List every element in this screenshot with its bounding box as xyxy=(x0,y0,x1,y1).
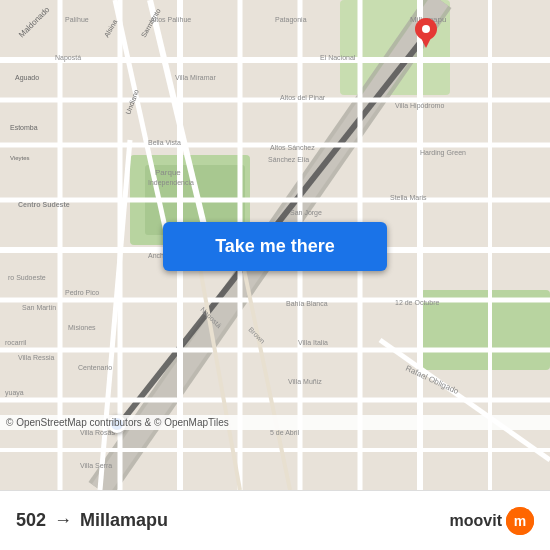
route-arrow: → xyxy=(54,510,72,531)
moovit-brand-text: moovit xyxy=(450,512,502,530)
svg-text:Harding Green: Harding Green xyxy=(420,149,466,157)
svg-text:Altos del Pinar: Altos del Pinar xyxy=(280,94,326,101)
svg-text:Pedro Pico: Pedro Pico xyxy=(65,289,99,296)
copyright-bar: © OpenStreetMap contributors & © OpenMap… xyxy=(0,415,550,430)
svg-text:Bahía Blanca: Bahía Blanca xyxy=(286,300,328,307)
svg-text:Centro Sudeste: Centro Sudeste xyxy=(18,201,70,208)
svg-text:Napostá: Napostá xyxy=(55,54,81,62)
svg-text:Villa Hipódromo: Villa Hipódromo xyxy=(395,102,444,110)
svg-text:Altos Palíhue: Altos Palíhue xyxy=(150,16,191,23)
svg-text:Villa Muñiz: Villa Muñiz xyxy=(288,378,322,385)
svg-text:Villa Serra: Villa Serra xyxy=(80,462,112,469)
svg-text:Centenario: Centenario xyxy=(78,364,112,371)
svg-text:Sánchez Elía: Sánchez Elía xyxy=(268,156,309,163)
svg-text:Palíhue: Palíhue xyxy=(65,16,89,23)
svg-text:San Martín: San Martín xyxy=(22,304,56,311)
svg-text:Vieytes: Vieytes xyxy=(10,155,30,161)
svg-text:rocarril: rocarril xyxy=(5,339,27,346)
svg-marker-69 xyxy=(420,36,432,48)
bottom-bar: 502 → Millamapu moovit m xyxy=(0,490,550,550)
svg-text:m: m xyxy=(514,513,526,529)
svg-text:Villa Miramar: Villa Miramar xyxy=(175,74,216,81)
svg-text:Villa Ressia: Villa Ressia xyxy=(18,354,55,361)
svg-text:12 de Octubre: 12 de Octubre xyxy=(395,299,439,306)
svg-text:Parque: Parque xyxy=(155,168,181,177)
svg-text:ro Sudoeste: ro Sudoeste xyxy=(8,274,46,281)
svg-text:Bella Vista: Bella Vista xyxy=(148,139,181,146)
svg-text:Altos Sánchez: Altos Sánchez xyxy=(270,144,315,151)
svg-text:Aguado: Aguado xyxy=(15,74,39,82)
svg-text:yuaya: yuaya xyxy=(5,389,24,397)
moovit-icon: m xyxy=(506,507,534,535)
svg-point-70 xyxy=(422,25,430,33)
svg-text:Misiones: Misiones xyxy=(68,324,96,331)
svg-text:Stella Maris: Stella Maris xyxy=(390,194,427,201)
svg-text:El Nacional: El Nacional xyxy=(320,54,356,61)
take-me-there-label: Take me there xyxy=(215,236,335,257)
route-from: 502 xyxy=(16,510,46,531)
destination-marker xyxy=(415,18,437,52)
route-to: Millamapu xyxy=(80,510,450,531)
svg-text:5 de Abril: 5 de Abril xyxy=(270,429,300,436)
take-me-there-button[interactable]: Take me there xyxy=(163,222,387,271)
svg-text:Independencia: Independencia xyxy=(148,179,194,187)
svg-text:Estomba: Estomba xyxy=(10,124,38,131)
svg-text:Villa Italia: Villa Italia xyxy=(298,339,328,346)
moovit-logo: moovit m xyxy=(450,507,534,535)
svg-text:San Jorge: San Jorge xyxy=(290,209,322,217)
copyright-text: © OpenStreetMap contributors & © OpenMap… xyxy=(6,417,229,428)
svg-text:Patagonia: Patagonia xyxy=(275,16,307,24)
map-container: Maldonado Aguado Estomba Vieytes Sarmien… xyxy=(0,0,550,490)
